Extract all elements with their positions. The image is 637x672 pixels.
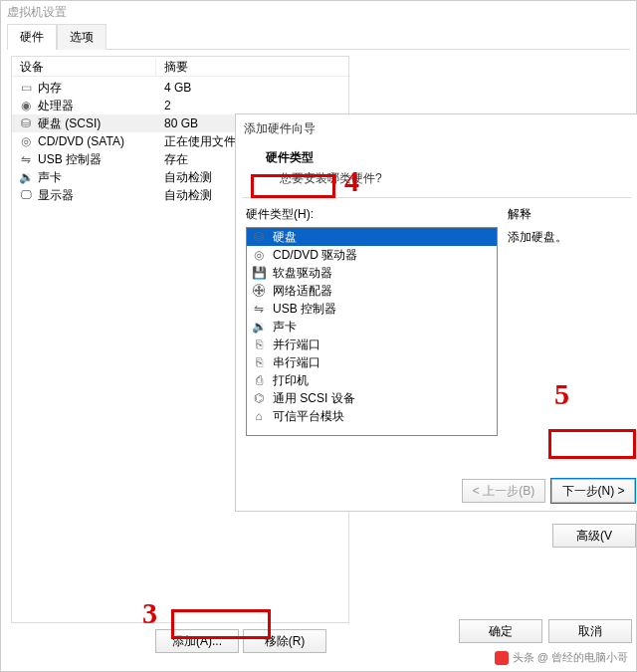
wizard-title: 添加硬件向导 [236,114,637,143]
tab-options[interactable]: 选项 [57,24,106,50]
usb-icon: ⇋ [251,302,267,316]
vm-settings-window: 虚拟机设置 硬件 选项 设备 摘要 ▭内存4 GB◉处理器2⛁硬盘 (SCSI)… [0,0,637,672]
watermark-text: 头条 @ 曾经的电脑小哥 [513,650,628,665]
device-name: USB 控制器 [38,151,102,168]
hardware-item-label: 通用 SCSI 设备 [273,390,355,407]
hardware-type-label: 硬件类型(H): [246,206,498,223]
device-name: 声卡 [38,169,62,186]
sound-icon: 🔉 [18,170,34,184]
wizard-explain: 解释 添加硬盘。 [508,206,627,436]
hardware-item-label: 软盘驱动器 [273,265,332,282]
device-summary: 2 [156,99,348,112]
col-summary: 摘要 [156,59,348,77]
wizard-body: 硬件类型(H): ⛁硬盘◎CD/DVD 驱动器💾软盘驱动器🕀网络适配器⇋USB … [236,206,637,436]
content-area: 设备 摘要 ▭内存4 GB◉处理器2⛁硬盘 (SCSI)80 GB◎CD/DVD… [1,50,636,62]
hardware-type-wrap: 硬件类型(H): ⛁硬盘◎CD/DVD 驱动器💾软盘驱动器🕀网络适配器⇋USB … [246,206,498,436]
usb-icon: ⇋ [18,152,34,166]
parallel-icon: ⎘ [251,337,267,351]
device-list-header: 设备 摘要 [12,57,348,79]
back-button[interactable]: < 上一步(B) [462,479,545,503]
scsi-icon: ⌬ [251,391,267,405]
hardware-item[interactable]: 🕀网络适配器 [247,282,497,300]
add-button[interactable]: 添加(A)... [155,629,239,653]
watermark-icon [495,651,509,665]
next-button[interactable]: 下一步(N) > [551,479,635,503]
hardware-item-label: 硬盘 [273,229,297,246]
disk-icon: ⛁ [18,116,34,130]
hardware-item[interactable]: ⎘串行端口 [247,353,497,371]
hardware-item[interactable]: ⎘并行端口 [247,336,497,353]
hardware-item[interactable]: ⇋USB 控制器 [247,300,497,318]
wizard-heading: 硬件类型 [266,149,637,166]
hardware-item-label: 串行端口 [273,354,320,371]
sound-icon: 🔉 [251,320,267,334]
hardware-item-label: 并行端口 [273,336,320,353]
hardware-item[interactable]: ⎙打印机 [247,371,497,389]
hardware-item[interactable]: ◎CD/DVD 驱动器 [247,246,497,264]
hardware-type-list[interactable]: ⛁硬盘◎CD/DVD 驱动器💾软盘驱动器🕀网络适配器⇋USB 控制器🔉声卡⎘并行… [246,227,498,436]
explain-text: 添加硬盘。 [508,229,627,246]
cpu-icon: ◉ [18,99,34,112]
wizard-footer: < 上一步(B) 下一步(N) > [462,479,635,503]
hardware-item-label: 网络适配器 [273,283,332,300]
dialog-footer: 确定 取消 [459,619,632,643]
col-device: 设备 [12,59,156,77]
device-name: 内存 [38,80,62,97]
net-icon: 🕀 [251,284,267,298]
display-icon: 🖵 [18,188,34,202]
hardware-item-label: 声卡 [273,319,297,336]
hardware-item-label: USB 控制器 [273,301,336,318]
window-title: 虚拟机设置 [1,1,636,23]
cd-icon: ◎ [251,248,267,262]
device-buttons: 添加(A)... 移除(R) [155,629,326,653]
explain-label: 解释 [508,206,627,223]
wizard-subheading: 您要安装哪类硬件? [280,170,637,187]
hardware-item-label: 打印机 [273,372,309,389]
disk-icon: ⛁ [251,230,267,244]
device-name: 显示器 [38,187,74,204]
cd-icon: ◎ [18,134,34,148]
serial-icon: ⎘ [251,355,267,369]
hardware-item-label: 可信平台模块 [273,408,344,425]
remove-button[interactable]: 移除(R) [243,629,326,653]
hardware-item[interactable]: ⌂可信平台模块 [247,407,497,425]
hardware-item[interactable]: ⌬通用 SCSI 设备 [247,389,497,407]
ok-button[interactable]: 确定 [459,619,542,643]
device-name: CD/DVD (SATA) [38,134,124,148]
device-row[interactable]: ◉处理器2 [12,97,348,114]
advanced-button[interactable]: 高级(V [552,524,636,548]
tab-hardware[interactable]: 硬件 [7,24,57,50]
watermark: 头条 @ 曾经的电脑小哥 [495,650,628,665]
hardware-item-label: CD/DVD 驱动器 [273,247,357,264]
printer-icon: ⎙ [251,373,267,387]
tab-bar: 硬件 选项 [7,23,630,50]
device-name: 处理器 [38,98,74,114]
device-summary: 4 GB [156,81,348,95]
tpm-icon: ⌂ [251,409,267,423]
floppy-icon: 💾 [251,266,267,280]
hardware-item[interactable]: ⛁硬盘 [247,228,497,246]
hardware-item[interactable]: 💾软盘驱动器 [247,264,497,282]
device-name: 硬盘 (SCSI) [38,115,101,132]
add-hardware-wizard: 添加硬件向导 硬件类型 您要安装哪类硬件? 硬件类型(H): ⛁硬盘◎CD/DV… [235,113,637,512]
cancel-button[interactable]: 取消 [548,619,632,643]
wizard-separator [242,197,631,198]
memory-icon: ▭ [18,81,34,95]
device-row[interactable]: ▭内存4 GB [12,79,348,97]
hardware-item[interactable]: 🔉声卡 [247,318,497,336]
